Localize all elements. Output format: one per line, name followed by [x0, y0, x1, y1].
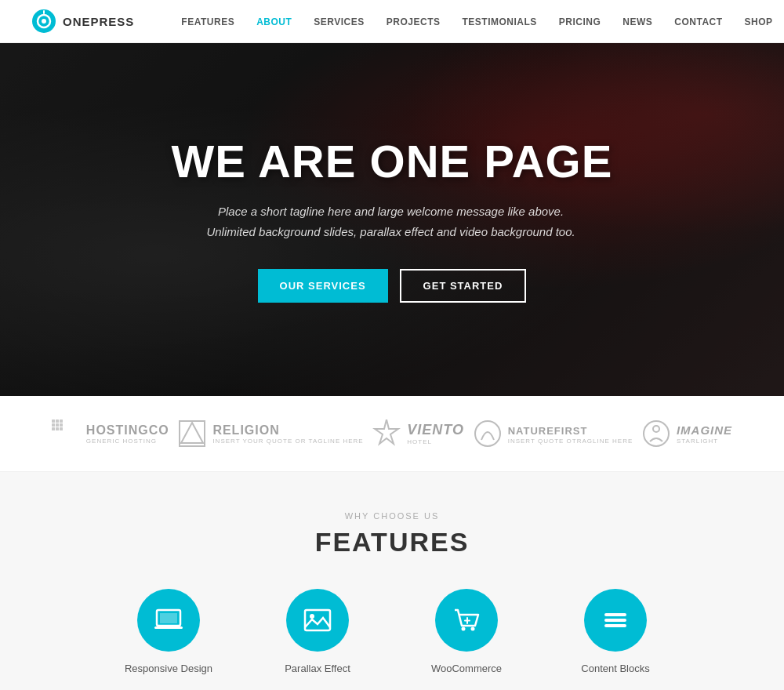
logo-imagine: Imagine STARLIGHT	[642, 419, 732, 448]
cart-icon	[452, 605, 481, 635]
brand-name: ONEPRESS	[63, 15, 134, 28]
svg-rect-11	[52, 427, 55, 430]
religion-name: RELIGION	[212, 423, 279, 437]
svg-rect-12	[56, 427, 59, 430]
svg-point-18	[644, 421, 669, 446]
get-started-button[interactable]: GET STARTED	[400, 269, 527, 303]
features-title: FEATURES	[47, 527, 737, 557]
hostingco-sub: GENERIC HOSTING	[86, 438, 169, 445]
svg-rect-3	[43, 10, 45, 14]
hero-tagline: Place a short tagline here and large wel…	[172, 202, 611, 242]
nav-about[interactable]: ABOUT	[256, 16, 292, 27]
logo-viento: Viento HOTEL	[372, 419, 464, 448]
svg-rect-10	[60, 423, 63, 427]
lines-icon	[601, 605, 630, 635]
logo-naturefirst: naturefirst INSERT QUOTE OTRAGLINE HERE	[474, 419, 633, 448]
features-subtitle: WHY CHOOSE US	[47, 511, 737, 521]
nav-shop[interactable]: SHOP	[745, 16, 773, 27]
svg-point-25	[310, 614, 314, 619]
religion-sub: INSERT YOUR QUOTE OR TAGLINE HERE	[212, 438, 363, 445]
nav-news[interactable]: NEWS	[622, 16, 652, 27]
nav-projects[interactable]: PROJECTS	[387, 16, 441, 27]
feature-parallax: Parallax Effect	[267, 589, 368, 674]
feature-woocommerce-icon-circle	[435, 589, 498, 652]
svg-point-26	[462, 627, 466, 631]
nav-features[interactable]: FEATURES	[181, 16, 234, 27]
svg-rect-6	[56, 419, 59, 423]
svg-rect-23	[165, 626, 172, 627]
svg-point-17	[475, 421, 500, 446]
laptop-icon	[154, 605, 183, 635]
hero-section: WE ARE ONE PAGE Place a short tagline he…	[0, 43, 784, 396]
feature-responsive-label: Responsive Design	[125, 663, 212, 674]
svg-point-19	[653, 426, 659, 432]
feature-responsive-icon-circle	[137, 589, 200, 652]
logos-section: HOSTINGCO GENERIC HOSTING RELIGION INSER…	[0, 396, 784, 472]
features-section: WHY CHOOSE US FEATURES Responsive Design	[0, 472, 784, 690]
feature-responsive: Responsive Design	[118, 589, 220, 674]
hostingco-name: HOSTINGCO	[86, 423, 169, 437]
nav-contact[interactable]: CONTACT	[674, 16, 722, 27]
svg-rect-30	[604, 624, 626, 627]
naturefirst-name: naturefirst	[508, 425, 588, 437]
viento-sub: HOTEL	[407, 438, 464, 445]
svg-rect-13	[60, 427, 63, 430]
imagine-sub: STARLIGHT	[677, 438, 732, 445]
feature-content-blocks-icon-circle	[584, 589, 647, 652]
hero-tagline-line1: Place a short tagline here and large wel…	[218, 205, 564, 218]
svg-rect-24	[305, 610, 330, 630]
features-grid: Responsive Design Parallax Effect	[47, 589, 737, 690]
feature-content-blocks-label: Content Blocks	[581, 663, 649, 674]
svg-rect-8	[52, 423, 55, 427]
svg-rect-29	[604, 619, 626, 622]
logo-religion: RELIGION INSERT YOUR QUOTE OR TAGLINE HE…	[178, 419, 363, 448]
hero-title: WE ARE ONE PAGE	[172, 136, 613, 187]
hero-tagline-line2: Unlimited background slides, parallax ef…	[206, 225, 575, 238]
image-icon	[303, 605, 332, 635]
svg-point-2	[42, 19, 46, 24]
logo-hostingco: HOSTINGCO GENERIC HOSTING	[52, 419, 169, 448]
svg-point-27	[471, 627, 475, 631]
feature-woocommerce-label: WooCommerce	[431, 663, 502, 674]
viento-name: Viento	[407, 422, 464, 438]
svg-rect-28	[604, 613, 626, 616]
hero-buttons: OUR SERVICES GET STARTED	[172, 269, 613, 303]
nav-testimonials[interactable]: TESTIMONIALS	[462, 16, 536, 27]
feature-woocommerce: WooCommerce	[416, 589, 517, 674]
nav-services[interactable]: SERVICES	[314, 16, 364, 27]
feature-parallax-icon-circle	[286, 589, 349, 652]
svg-rect-5	[52, 419, 55, 423]
hero-content: WE ARE ONE PAGE Place a short tagline he…	[172, 136, 613, 303]
logo[interactable]: ONEPRESS	[31, 9, 134, 34]
svg-marker-15	[181, 423, 203, 443]
svg-rect-7	[60, 419, 63, 423]
our-services-button[interactable]: OUR SERVICES	[258, 269, 388, 303]
nav-links: FEATURES ABOUT SERVICES PROJECTS TESTIMO…	[181, 14, 772, 28]
svg-rect-21	[160, 613, 177, 623]
navbar: ONEPRESS FEATURES ABOUT SERVICES PROJECT…	[0, 0, 784, 43]
feature-parallax-label: Parallax Effect	[285, 663, 350, 674]
feature-content-blocks: Content Blocks	[564, 589, 666, 674]
nav-pricing[interactable]: PRICING	[559, 16, 601, 27]
svg-rect-9	[56, 423, 59, 427]
svg-marker-16	[375, 419, 398, 444]
naturefirst-sub: INSERT QUOTE OTRAGLINE HERE	[508, 438, 633, 445]
imagine-name: Imagine	[677, 423, 732, 437]
